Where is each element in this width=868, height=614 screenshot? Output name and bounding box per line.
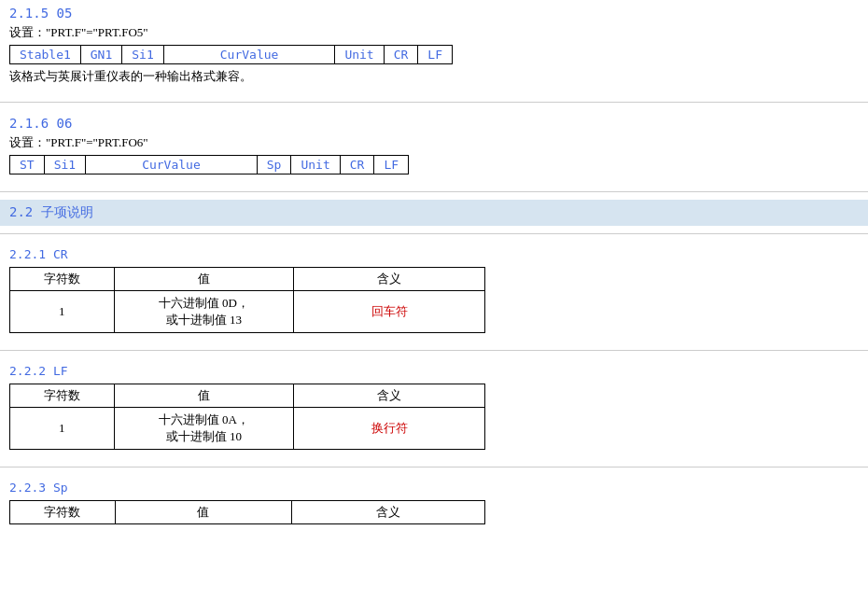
table-row: 1 xyxy=(10,408,115,450)
table-cell: Unit xyxy=(335,46,384,64)
table-row: 十六进制值 0D， 或十进制值 13 xyxy=(114,291,294,333)
col-header: 字符数 xyxy=(10,501,116,524)
subsection-cr-table: 字符数 值 含义 1 十六进制值 0D， 或十进制值 13 回车符 xyxy=(9,267,485,333)
subsection-lf: 2.2.2 LF 字符数 值 含义 1 十六进制值 0A， 或十进制值 10 换… xyxy=(0,358,868,459)
subsection-main-header: 2.2 子项说明 xyxy=(0,200,868,226)
col-header: 含义 xyxy=(291,501,484,524)
table-row: 十六进制值 0A， 或十进制值 10 xyxy=(114,408,294,450)
table-cell: CR xyxy=(340,156,374,174)
table-cell: Si1 xyxy=(44,156,85,174)
divider-2 xyxy=(0,191,868,192)
subsection-lf-title: 2.2.2 LF xyxy=(9,364,859,378)
table-cell: GN1 xyxy=(80,46,121,64)
divider-4 xyxy=(0,350,868,351)
table-row: 回车符 xyxy=(294,291,485,333)
section-216-table: ST Si1 CurValue Sp Unit CR LF xyxy=(9,155,409,174)
section-215-compat: 该格式与英展计重仪表的一种输出格式兼容。 xyxy=(9,68,859,85)
col-header: 值 xyxy=(115,501,291,524)
subsection-sp-title: 2.2.3 Sp xyxy=(9,481,859,495)
table-cell: LF xyxy=(418,46,453,64)
divider-1 xyxy=(0,102,868,103)
table-cell: CurValue xyxy=(163,46,335,64)
col-header: 含义 xyxy=(294,384,485,408)
section-215-table: Stable1 GN1 Si1 CurValue Unit CR LF xyxy=(9,45,453,64)
table-row: 1 xyxy=(10,291,115,333)
subsection-cr: 2.2.1 CR 字符数 值 含义 1 十六进制值 0D， 或十进制值 13 回… xyxy=(0,242,868,342)
table-row: 换行符 xyxy=(294,408,485,450)
table-cell: Si1 xyxy=(122,46,163,64)
col-header: 含义 xyxy=(294,268,485,291)
section-215-setting: 设置："PRT.F"="PRT.FO5" xyxy=(9,24,859,41)
table-cell: ST xyxy=(10,156,45,174)
col-header: 值 xyxy=(114,268,294,291)
section-216-header: 2.1.6 06 xyxy=(9,116,859,131)
table-cell: Stable1 xyxy=(10,46,81,64)
subsection-lf-table: 字符数 值 含义 1 十六进制值 0A， 或十进制值 10 换行符 xyxy=(9,384,485,450)
table-cell: CR xyxy=(384,46,418,64)
subsection-sp-table: 字符数 值 含义 xyxy=(9,500,485,524)
table-cell: Unit xyxy=(291,156,340,174)
divider-3 xyxy=(0,233,868,234)
section-216: 2.1.6 06 设置："PRT.F"="PRT.FO6" ST Si1 Cur… xyxy=(0,110,868,184)
col-header: 值 xyxy=(114,384,294,408)
table-cell: CurValue xyxy=(86,156,258,174)
divider-5 xyxy=(0,467,868,467)
section-215: 2.1.5 05 设置："PRT.F"="PRT.FO5" Stable1 GN… xyxy=(0,0,868,94)
col-header: 字符数 xyxy=(10,268,115,291)
section-216-setting: 设置："PRT.F"="PRT.FO6" xyxy=(9,134,859,151)
table-cell: LF xyxy=(374,156,409,174)
subsection-sp: 2.2.3 Sp 字符数 值 含义 xyxy=(0,475,868,534)
table-cell: Sp xyxy=(257,156,291,174)
col-header: 字符数 xyxy=(10,384,115,408)
subsection-cr-title: 2.2.1 CR xyxy=(9,247,859,261)
section-215-header: 2.1.5 05 xyxy=(9,6,859,21)
